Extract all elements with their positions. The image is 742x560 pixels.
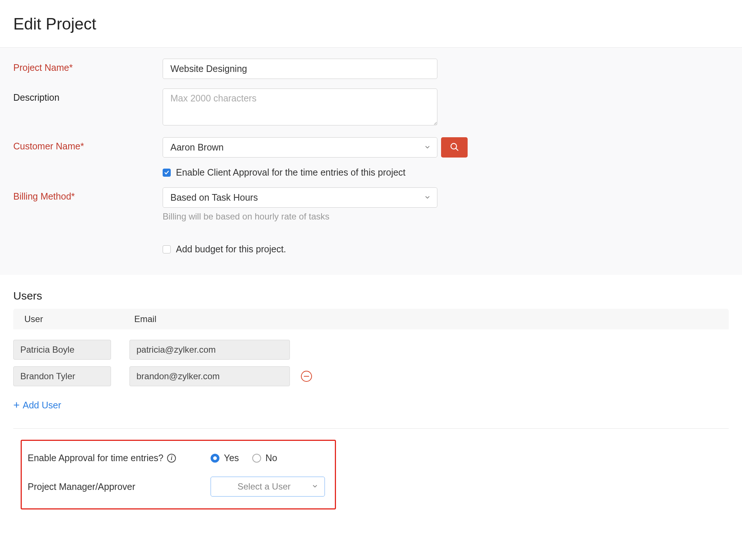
user-email-cell[interactable]: patricia@zylker.com xyxy=(129,340,290,360)
project-manager-row: Project Manager/Approver xyxy=(28,477,329,497)
user-name-cell[interactable]: Brandon Tyler xyxy=(13,366,111,386)
enable-approval-label: Enable Approval for time entries? i xyxy=(28,453,211,463)
add-budget-checkbox-row[interactable]: Add budget for this project. xyxy=(163,244,729,255)
user-row: Patricia Boyle patricia@zylker.com xyxy=(13,340,729,360)
client-approval-checkbox-row[interactable]: Enable Client Approval for the time entr… xyxy=(163,167,729,178)
description-textarea[interactable] xyxy=(163,89,437,125)
project-name-row: Project Name* xyxy=(13,59,729,79)
users-section: Users User Email Patricia Boyle patricia… xyxy=(0,275,742,509)
enable-approval-text: Enable Approval for time entries? xyxy=(28,453,163,463)
users-section-title: Users xyxy=(13,290,729,302)
approval-radio-yes[interactable]: Yes xyxy=(211,453,239,463)
billing-method-row: Billing Method* Billing will be based on… xyxy=(13,187,729,222)
approval-highlight-box: Enable Approval for time entries? i Yes … xyxy=(21,440,336,509)
add-budget-checkbox[interactable] xyxy=(163,245,171,253)
page-title: Edit Project xyxy=(0,0,742,47)
users-col-user: User xyxy=(13,314,120,324)
description-row: Description xyxy=(13,89,729,128)
info-icon[interactable]: i xyxy=(167,454,176,463)
customer-name-label: Customer Name* xyxy=(13,137,163,152)
customer-name-select[interactable] xyxy=(163,137,437,158)
customer-search-button[interactable] xyxy=(441,137,468,158)
users-table-header: User Email xyxy=(13,309,729,329)
plus-icon: + xyxy=(13,400,20,411)
user-email-cell[interactable]: brandon@zylker.com xyxy=(129,366,290,386)
enable-approval-row: Enable Approval for time entries? i Yes … xyxy=(28,453,329,463)
client-approval-label: Enable Client Approval for the time entr… xyxy=(176,167,406,178)
project-name-label: Project Name* xyxy=(13,59,163,73)
divider xyxy=(13,428,729,429)
approval-radio-no[interactable]: No xyxy=(252,453,277,463)
billing-help-text: Billing will be based on hourly rate of … xyxy=(163,211,729,222)
billing-method-select[interactable] xyxy=(163,187,437,208)
project-manager-select[interactable] xyxy=(211,477,325,497)
svg-line-1 xyxy=(456,148,458,151)
approval-yes-label: Yes xyxy=(224,453,239,463)
approval-no-label: No xyxy=(266,453,277,463)
description-label: Description xyxy=(13,89,163,103)
project-form-section: Project Name* Description Customer Name* xyxy=(0,47,742,275)
approval-radio-group: Yes No xyxy=(211,453,277,463)
radio-unselected-icon xyxy=(252,454,261,463)
add-budget-label: Add budget for this project. xyxy=(176,244,286,255)
radio-selected-icon xyxy=(211,454,219,463)
remove-user-button[interactable] xyxy=(301,371,312,382)
users-col-email: Email xyxy=(120,314,156,324)
search-icon xyxy=(450,142,459,153)
user-name-cell[interactable]: Patricia Boyle xyxy=(13,340,111,360)
billing-method-label: Billing Method* xyxy=(13,187,163,202)
project-manager-label: Project Manager/Approver xyxy=(28,481,211,492)
client-approval-checkbox[interactable] xyxy=(163,169,171,177)
customer-name-row: Customer Name* xyxy=(13,137,729,158)
project-name-input[interactable] xyxy=(163,59,437,79)
user-row: Brandon Tyler brandon@zylker.com xyxy=(13,366,729,386)
add-user-label: Add User xyxy=(23,400,61,411)
add-user-link[interactable]: + Add User xyxy=(13,400,729,411)
